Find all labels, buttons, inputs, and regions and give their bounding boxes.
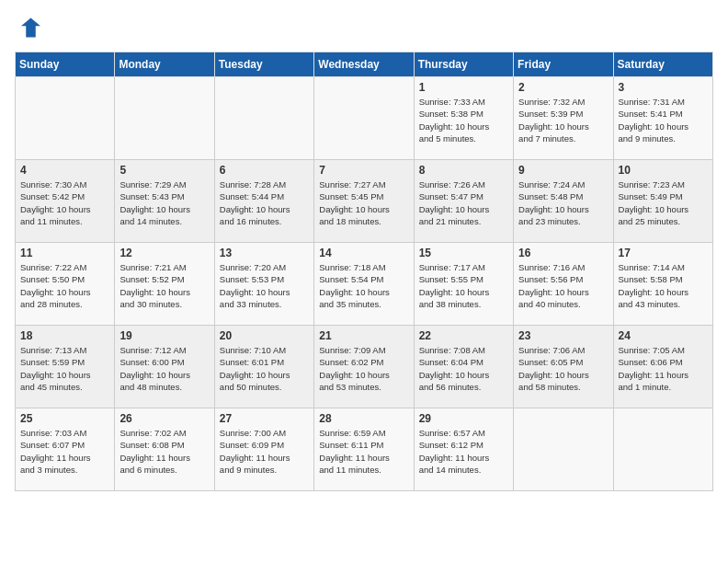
day-info: Sunrise: 7:09 AM Sunset: 6:02 PM Dayligh… [319, 344, 408, 393]
day-number: 6 [220, 164, 309, 177]
calendar-cell: 24Sunrise: 7:05 AM Sunset: 6:06 PM Dayli… [613, 326, 712, 408]
day-info: Sunrise: 7:21 AM Sunset: 5:52 PM Dayligh… [119, 261, 209, 310]
day-info: Sunrise: 7:00 AM Sunset: 6:09 PM Dayligh… [220, 427, 309, 476]
day-info: Sunrise: 7:27 AM Sunset: 5:45 PM Dayligh… [319, 178, 408, 227]
day-info: Sunrise: 7:32 AM Sunset: 5:39 PM Dayligh… [518, 96, 608, 144]
day-info: Sunrise: 7:08 AM Sunset: 6:04 PM Dayligh… [419, 344, 508, 393]
weekday-header-sunday: Sunday [16, 52, 115, 77]
calendar-cell: 7Sunrise: 7:27 AM Sunset: 5:45 PM Daylig… [314, 160, 414, 243]
calendar-cell: 28Sunrise: 6:59 AM Sunset: 6:11 PM Dayli… [314, 408, 414, 491]
day-info: Sunrise: 7:20 AM Sunset: 5:53 PM Dayligh… [220, 261, 309, 310]
calendar-cell: 10Sunrise: 7:23 AM Sunset: 5:49 PM Dayli… [613, 160, 712, 243]
calendar-cell [214, 77, 313, 160]
calendar-cell [115, 77, 214, 160]
day-number: 25 [20, 412, 109, 425]
day-number: 1 [419, 81, 508, 94]
calendar-cell: 15Sunrise: 7:17 AM Sunset: 5:55 PM Dayli… [414, 243, 513, 326]
day-info: Sunrise: 7:26 AM Sunset: 5:47 PM Dayligh… [419, 178, 508, 227]
day-info: Sunrise: 7:22 AM Sunset: 5:50 PM Dayligh… [20, 261, 109, 310]
calendar-cell: 2Sunrise: 7:32 AM Sunset: 5:39 PM Daylig… [514, 77, 613, 160]
calendar-cell: 17Sunrise: 7:14 AM Sunset: 5:58 PM Dayli… [613, 243, 712, 326]
day-number: 3 [619, 81, 708, 94]
calendar-cell: 8Sunrise: 7:26 AM Sunset: 5:47 PM Daylig… [414, 160, 513, 243]
calendar-cell: 12Sunrise: 7:21 AM Sunset: 5:52 PM Dayli… [115, 243, 214, 326]
day-info: Sunrise: 7:18 AM Sunset: 5:54 PM Dayligh… [319, 261, 408, 310]
day-number: 9 [518, 164, 608, 177]
day-number: 22 [419, 329, 508, 342]
calendar-cell: 14Sunrise: 7:18 AM Sunset: 5:54 PM Dayli… [314, 243, 414, 326]
day-info: Sunrise: 7:05 AM Sunset: 6:06 PM Dayligh… [619, 344, 708, 393]
weekday-header-friday: Friday [514, 52, 613, 77]
page-header [15, 15, 713, 40]
calendar-cell: 26Sunrise: 7:02 AM Sunset: 6:08 PM Dayli… [115, 408, 214, 491]
weekday-header-saturday: Saturday [613, 52, 712, 77]
calendar-cell: 20Sunrise: 7:10 AM Sunset: 6:01 PM Dayli… [214, 326, 313, 408]
calendar-cell [613, 408, 712, 491]
calendar-week-row: 1Sunrise: 7:33 AM Sunset: 5:38 PM Daylig… [16, 77, 713, 160]
calendar-cell: 5Sunrise: 7:29 AM Sunset: 5:43 PM Daylig… [115, 160, 214, 243]
calendar-cell [314, 77, 414, 160]
calendar-cell: 18Sunrise: 7:13 AM Sunset: 5:59 PM Dayli… [16, 326, 115, 408]
day-number: 11 [20, 247, 109, 259]
day-number: 16 [518, 247, 608, 259]
calendar-week-row: 25Sunrise: 7:03 AM Sunset: 6:07 PM Dayli… [16, 408, 713, 491]
day-info: Sunrise: 7:23 AM Sunset: 5:49 PM Dayligh… [619, 178, 708, 227]
calendar-cell: 25Sunrise: 7:03 AM Sunset: 6:07 PM Dayli… [16, 408, 115, 491]
calendar-cell: 22Sunrise: 7:08 AM Sunset: 6:04 PM Dayli… [414, 326, 513, 408]
calendar-cell [514, 408, 613, 491]
calendar-cell: 23Sunrise: 7:06 AM Sunset: 6:05 PM Dayli… [514, 326, 613, 408]
weekday-header-wednesday: Wednesday [314, 52, 414, 77]
day-number: 20 [220, 329, 309, 342]
day-number: 14 [319, 247, 408, 259]
day-number: 28 [319, 412, 408, 425]
day-number: 8 [419, 164, 508, 177]
calendar-cell: 1Sunrise: 7:33 AM Sunset: 5:38 PM Daylig… [414, 77, 513, 160]
calendar-cell: 29Sunrise: 6:57 AM Sunset: 6:12 PM Dayli… [414, 408, 513, 491]
calendar-cell: 6Sunrise: 7:28 AM Sunset: 5:44 PM Daylig… [214, 160, 313, 243]
day-info: Sunrise: 7:29 AM Sunset: 5:43 PM Dayligh… [119, 178, 209, 227]
calendar-cell: 21Sunrise: 7:09 AM Sunset: 6:02 PM Dayli… [314, 326, 414, 408]
day-info: Sunrise: 7:14 AM Sunset: 5:58 PM Dayligh… [619, 261, 708, 310]
calendar-week-row: 18Sunrise: 7:13 AM Sunset: 5:59 PM Dayli… [16, 326, 713, 408]
day-number: 29 [419, 412, 508, 425]
calendar-cell: 11Sunrise: 7:22 AM Sunset: 5:50 PM Dayli… [16, 243, 115, 326]
weekday-header-row: SundayMondayTuesdayWednesdayThursdayFrid… [16, 52, 713, 77]
day-info: Sunrise: 7:24 AM Sunset: 5:48 PM Dayligh… [518, 178, 608, 227]
day-info: Sunrise: 7:17 AM Sunset: 5:55 PM Dayligh… [419, 261, 508, 310]
day-number: 7 [319, 164, 408, 177]
day-info: Sunrise: 7:16 AM Sunset: 5:56 PM Dayligh… [518, 261, 608, 310]
day-info: Sunrise: 6:59 AM Sunset: 6:11 PM Dayligh… [319, 427, 408, 476]
calendar-week-row: 4Sunrise: 7:30 AM Sunset: 5:42 PM Daylig… [16, 160, 713, 243]
day-info: Sunrise: 7:10 AM Sunset: 6:01 PM Dayligh… [220, 344, 309, 393]
weekday-header-thursday: Thursday [414, 52, 513, 77]
day-number: 27 [220, 412, 309, 425]
day-number: 18 [20, 329, 109, 342]
day-number: 21 [319, 329, 408, 342]
calendar-cell: 16Sunrise: 7:16 AM Sunset: 5:56 PM Dayli… [514, 243, 613, 326]
day-info: Sunrise: 7:06 AM Sunset: 6:05 PM Dayligh… [518, 344, 608, 393]
calendar-cell [16, 77, 115, 160]
day-number: 4 [20, 164, 109, 177]
day-number: 15 [419, 247, 508, 259]
day-number: 17 [619, 247, 708, 259]
calendar-cell: 9Sunrise: 7:24 AM Sunset: 5:48 PM Daylig… [514, 160, 613, 243]
calendar-week-row: 11Sunrise: 7:22 AM Sunset: 5:50 PM Dayli… [16, 243, 713, 326]
day-number: 12 [119, 247, 209, 259]
day-number: 26 [119, 412, 209, 425]
calendar-cell: 4Sunrise: 7:30 AM Sunset: 5:42 PM Daylig… [16, 160, 115, 243]
day-info: Sunrise: 7:33 AM Sunset: 5:38 PM Dayligh… [419, 96, 508, 144]
weekday-header-tuesday: Tuesday [214, 52, 313, 77]
day-number: 5 [119, 164, 209, 177]
day-info: Sunrise: 7:30 AM Sunset: 5:42 PM Dayligh… [20, 178, 109, 227]
day-number: 19 [119, 329, 209, 342]
calendar-cell: 13Sunrise: 7:20 AM Sunset: 5:53 PM Dayli… [214, 243, 313, 326]
logo-icon [15, 15, 40, 40]
day-info: Sunrise: 7:03 AM Sunset: 6:07 PM Dayligh… [20, 427, 109, 476]
day-info: Sunrise: 7:02 AM Sunset: 6:08 PM Dayligh… [119, 427, 209, 476]
day-info: Sunrise: 7:31 AM Sunset: 5:41 PM Dayligh… [619, 96, 708, 144]
svg-marker-1 [21, 18, 40, 38]
day-info: Sunrise: 7:12 AM Sunset: 6:00 PM Dayligh… [119, 344, 209, 393]
day-info: Sunrise: 7:13 AM Sunset: 5:59 PM Dayligh… [20, 344, 109, 393]
day-info: Sunrise: 6:57 AM Sunset: 6:12 PM Dayligh… [419, 427, 508, 476]
day-number: 10 [619, 164, 708, 177]
